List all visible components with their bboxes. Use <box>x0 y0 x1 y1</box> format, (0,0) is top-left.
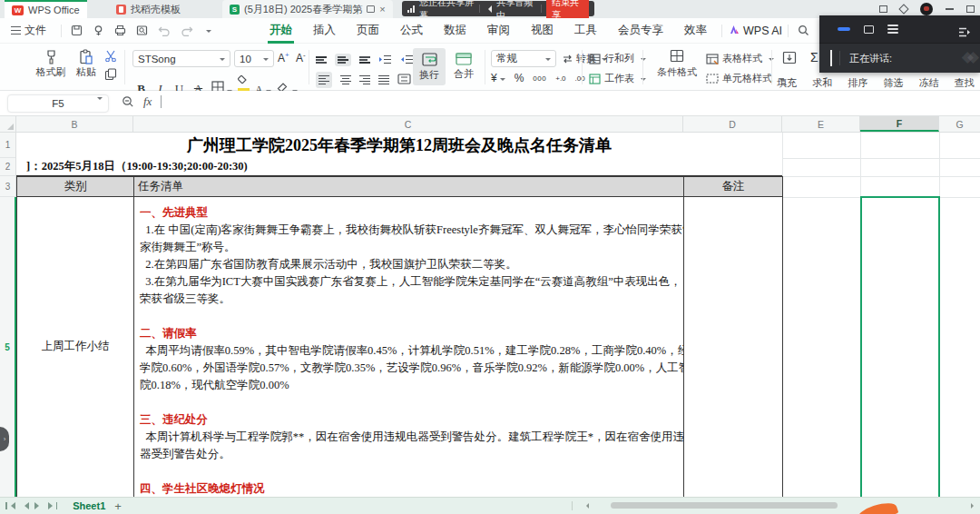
date-cell[interactable]: ]：2025年5月18日（19:00-19:30;20:00-20:30) <box>16 158 782 176</box>
output-icon[interactable] <box>93 25 104 36</box>
increase-indent-icon[interactable] <box>400 52 414 68</box>
row-header-5[interactable]: 5 <box>0 197 16 497</box>
tab-wps-office[interactable]: W WPS Office <box>5 0 87 18</box>
percent-button[interactable]: % <box>514 72 524 84</box>
col-header-D[interactable]: D <box>683 116 782 132</box>
header-cell-notes[interactable]: 备注 <box>683 176 783 197</box>
collapse-panel-icon[interactable] <box>958 25 971 41</box>
row-header-3[interactable]: 3 <box>0 176 15 197</box>
comma-style-button[interactable]: 000 <box>533 74 546 83</box>
minimize-meeting-icon[interactable] <box>838 27 850 31</box>
sheet-tab-sheet1[interactable]: Sheet1 <box>73 500 105 511</box>
tab-page[interactable]: 页面 <box>355 18 381 44</box>
font-name-select[interactable]: STSong <box>132 50 230 67</box>
cut-icon[interactable] <box>104 50 117 62</box>
formula-input[interactable] <box>161 95 162 108</box>
merge-cells-button[interactable]: 合并 <box>448 48 479 85</box>
float-window-icon[interactable] <box>367 5 375 13</box>
microphone-icon[interactable] <box>830 50 832 66</box>
align-center-icon[interactable] <box>340 74 351 86</box>
restore-window-icon[interactable] <box>966 5 975 13</box>
user-avatar[interactable] <box>920 3 933 15</box>
tab-home[interactable]: 开始 <box>268 18 294 44</box>
tab-docer-templates[interactable]: 找稻壳模板 <box>109 0 188 18</box>
font-shrink-button[interactable]: A- <box>296 51 306 64</box>
tab-formula[interactable]: 公式 <box>398 18 425 44</box>
selected-cell-F5[interactable] <box>860 196 940 499</box>
workspace-icon[interactable] <box>898 4 908 14</box>
align-middle-icon[interactable] <box>335 54 351 67</box>
justify-icon[interactable] <box>378 74 389 86</box>
decrease-decimal-button[interactable]: .00 <box>575 74 585 83</box>
number-format-select[interactable]: 常规 <box>491 50 556 67</box>
select-all-corner[interactable] <box>0 116 16 133</box>
table-style-button[interactable]: 表格样式 <box>706 52 774 65</box>
tab-review[interactable]: 审阅 <box>485 18 512 44</box>
save-icon[interactable] <box>71 25 83 36</box>
col-header-G[interactable]: G <box>939 116 980 132</box>
horizontal-scrollbar-thumb[interactable] <box>611 502 838 509</box>
add-sheet-button[interactable]: + <box>114 499 122 513</box>
worksheet-button[interactable]: 工作表 <box>589 72 646 85</box>
conditional-format-button[interactable]: 条件格式 <box>652 49 702 79</box>
redo-icon[interactable] <box>181 25 193 36</box>
row-header-1[interactable]: 1 <box>0 133 15 158</box>
fx-icon[interactable]: fx <box>143 94 152 109</box>
fill-icon-wrap[interactable] <box>782 51 797 68</box>
restore-meeting-icon[interactable] <box>864 25 874 34</box>
tab-tools[interactable]: 工具 <box>573 18 599 44</box>
align-top-icon[interactable] <box>316 55 327 65</box>
sum-icon[interactable]: Σ <box>810 50 818 64</box>
header-cell-tasks[interactable]: 任务清单 <box>133 176 684 197</box>
font-size-select[interactable]: 10 <box>234 50 274 67</box>
participant-list-icon[interactable] <box>887 23 898 35</box>
scroll-left-icon[interactable] <box>583 503 589 509</box>
currency-button[interactable]: ¥ <box>491 72 505 84</box>
body-cell-category[interactable]: 上周工作小结 <box>16 196 134 498</box>
new-window-icon[interactable] <box>879 5 887 13</box>
undo-icon[interactable] <box>158 25 171 36</box>
search-icon[interactable] <box>798 25 809 36</box>
close-tab-icon[interactable]: × <box>379 0 385 18</box>
paste-button[interactable]: 粘贴 <box>71 49 102 79</box>
format-painter-button[interactable]: 格式刷 <box>34 49 67 79</box>
distribute-icon[interactable] <box>397 72 411 88</box>
print-preview-icon[interactable] <box>136 25 148 36</box>
rows-cols-button[interactable]: 行和列 <box>589 52 646 65</box>
tab-insert[interactable]: 插入 <box>311 18 338 44</box>
align-left-icon[interactable] <box>316 72 332 88</box>
tab-member[interactable]: 会员专享 <box>616 18 665 44</box>
col-header-B[interactable]: B <box>16 116 133 132</box>
next-sheet-icon[interactable] <box>34 502 43 509</box>
body-cell-notes[interactable] <box>683 196 783 498</box>
row-header-2[interactable]: 2 <box>0 158 15 176</box>
copy-icon[interactable] <box>104 68 118 81</box>
decrease-indent-icon[interactable] <box>378 52 392 68</box>
body-cell-tasks[interactable]: 一、先进典型 1.在 中国(定南)客家街舞舞王争霸赛上，我校街舞校队斩获Free… <box>133 196 684 498</box>
cell-style-button[interactable]: 单元格样式 <box>706 72 784 85</box>
align-right-icon[interactable] <box>359 74 370 86</box>
minimize-icon[interactable] <box>946 8 954 10</box>
wrap-text-button[interactable]: 换行 <box>413 48 446 85</box>
col-header-C[interactable]: C <box>133 116 683 132</box>
chevron-down-icon[interactable] <box>206 30 211 35</box>
header-cell-category[interactable]: 类别 <box>16 176 134 197</box>
tab-spreadsheet-doc[interactable]: S (5月18日) 2025春季学期第 × <box>222 0 393 18</box>
zoom-formula-icon[interactable] <box>122 95 134 108</box>
tab-efficiency[interactable]: 效率 <box>682 18 709 44</box>
last-sheet-icon[interactable] <box>48 502 58 509</box>
print-icon[interactable] <box>114 25 126 36</box>
horizontal-scrollbar[interactable] <box>597 502 960 509</box>
tab-view[interactable]: 视图 <box>529 18 555 44</box>
file-menu-button[interactable]: 文件 <box>0 23 55 38</box>
increase-decimal-button[interactable]: +.0 <box>555 74 565 83</box>
sheet-title-cell[interactable]: 广州理工学院2025年春季学期第12周班会及晚点名任务清单 <box>16 133 782 158</box>
align-bottom-icon[interactable] <box>359 55 370 65</box>
first-sheet-icon[interactable] <box>5 502 15 509</box>
col-header-E[interactable]: E <box>782 116 860 132</box>
tab-data[interactable]: 数据 <box>442 18 468 44</box>
col-header-F[interactable]: F <box>860 116 939 132</box>
cell-reference-box[interactable]: F5 <box>7 94 109 113</box>
scroll-right-icon[interactable] <box>971 503 976 509</box>
prev-sheet-icon[interactable] <box>21 502 29 509</box>
